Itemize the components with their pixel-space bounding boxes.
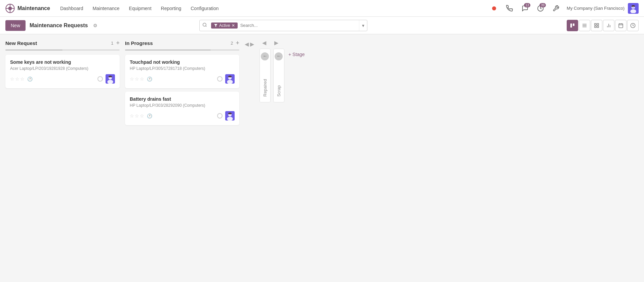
activity-icon-btn[interactable]: 39	[534, 2, 547, 14]
top-navigation: Maintenance Dashboard Maintenance Equipm…	[0, 0, 644, 17]
svg-rect-17	[573, 23, 574, 26]
active-filter-badge: Active ✕	[211, 22, 238, 29]
search-icon	[200, 22, 210, 28]
add-stage-label: + Stage	[288, 52, 305, 57]
svg-point-12	[634, 6, 635, 7]
card-title-battery: Battery drains fast	[130, 96, 235, 102]
svg-point-1	[8, 6, 12, 10]
svg-marker-15	[214, 24, 217, 27]
clock-icon-battery[interactable]: 🕐	[147, 113, 152, 119]
card-title-touchpad: Touchpad not working	[130, 59, 235, 65]
scrap-right-arrow[interactable]: ▶	[250, 41, 254, 47]
repaired-collapse-arrow[interactable]: ◀	[259, 40, 269, 46]
card-status-radio[interactable]	[97, 76, 103, 82]
phone-icon-btn[interactable]	[504, 2, 516, 14]
svg-line-14	[206, 26, 207, 27]
record-button[interactable]	[488, 2, 500, 14]
calendar-view-button[interactable]	[615, 20, 627, 31]
search-bar: Active ✕ ▾	[199, 20, 367, 31]
column-repaired-folded[interactable]: Repaired →	[259, 49, 271, 102]
card-footer: ☆ ☆ ☆ 🕐	[10, 74, 115, 84]
column-scrap-folded[interactable]: Scrap →	[273, 49, 284, 102]
column-in-progress: In Progress 2 + Touchpad not working HP …	[125, 40, 239, 129]
nav-menu: Dashboard Maintenance Equipment Reportin…	[55, 0, 488, 17]
clock-icon-touchpad[interactable]: 🕐	[147, 77, 152, 82]
svg-point-47	[231, 114, 231, 115]
card-stars-touchpad: ☆ ☆ ☆	[130, 76, 144, 82]
repaired-arrow-btn[interactable]: →	[261, 52, 269, 60]
card-subtitle: Acer Laptop/LP/203/19281928 (Computers)	[10, 66, 115, 71]
chat-badge: 13	[524, 3, 530, 7]
sub-header: New Maintenance Requests ⚙ Active ✕ ▾	[0, 17, 644, 34]
kanban-board: New Request 1 + Some keys are not workin…	[0, 34, 644, 282]
app-name: Maintenance	[17, 5, 50, 11]
column-title-in-progress: In Progress	[125, 40, 231, 46]
view-toggles	[567, 20, 639, 31]
filter-close-button[interactable]: ✕	[232, 23, 235, 28]
grid-view-button[interactable]	[591, 20, 602, 31]
column-scrap-label: Scrap	[276, 85, 281, 97]
new-button[interactable]: New	[5, 20, 26, 31]
card-avatar-touchpad	[225, 74, 235, 84]
add-stage-button[interactable]: + Stage	[284, 49, 309, 60]
card-status-radio-touchpad[interactable]	[217, 76, 223, 82]
scrap-arrow-btn[interactable]: →	[275, 52, 283, 60]
column-progress-bar-in-progress	[125, 49, 211, 51]
search-input[interactable]	[239, 23, 359, 28]
activity-badge: 39	[539, 3, 546, 7]
column-progress-in-progress	[125, 49, 239, 51]
column-count-new-request: 1	[111, 41, 113, 46]
svg-rect-28	[619, 23, 623, 28]
svg-rect-24	[597, 26, 599, 28]
column-header-in-progress: In Progress 2 +	[125, 40, 239, 47]
svg-point-41	[229, 77, 229, 78]
card-title: Some keys are not working	[10, 59, 115, 65]
activity-view-button[interactable]	[627, 20, 639, 31]
column-add-new-request[interactable]: +	[116, 40, 120, 47]
column-count-in-progress: 2	[231, 41, 233, 46]
filter-label: Active	[219, 23, 230, 28]
scrap-collapse-arrow[interactable]: ▶	[272, 40, 281, 46]
svg-point-42	[231, 77, 231, 78]
card-touchpad[interactable]: Touchpad not working HP Laptop/LP/305/17…	[125, 55, 239, 88]
chart-view-button[interactable]	[603, 20, 614, 31]
column-header-new-request: New Request 1 +	[5, 40, 120, 47]
card-avatar	[106, 74, 115, 84]
card-some-keys[interactable]: Some keys are not working Acer Laptop/LP…	[5, 55, 120, 88]
repaired-left-arrow[interactable]: ◀	[245, 41, 249, 47]
kanban-view-button[interactable]	[567, 20, 578, 31]
page-title: Maintenance Requests	[30, 22, 88, 29]
svg-point-37	[111, 77, 112, 78]
card-avatar-battery	[225, 111, 235, 121]
svg-point-46	[229, 114, 229, 115]
settings-gear-icon[interactable]: ⚙	[93, 23, 97, 28]
svg-point-36	[109, 77, 110, 78]
clock-icon[interactable]: 🕐	[27, 77, 33, 82]
wrench-icon-btn[interactable]	[550, 2, 562, 14]
column-progress-new-request	[5, 49, 120, 51]
chat-icon-btn[interactable]: 13	[519, 2, 531, 14]
column-add-in-progress[interactable]: +	[236, 40, 239, 47]
svg-rect-16	[570, 23, 572, 28]
search-dropdown-button[interactable]: ▾	[359, 20, 367, 31]
svg-point-13	[203, 23, 206, 26]
card-stars-battery: ☆ ☆ ☆	[130, 113, 144, 119]
list-view-button[interactable]	[579, 20, 590, 31]
svg-rect-22	[597, 23, 599, 25]
card-stars: ☆ ☆ ☆	[10, 76, 25, 82]
card-subtitle-battery: HP Laptop/LP/303/28292090 (Computers)	[130, 103, 235, 108]
company-name: My Company (San Francisco)	[567, 6, 625, 11]
card-status-radio-battery[interactable]	[217, 113, 223, 119]
nav-reporting[interactable]: Reporting	[156, 0, 186, 17]
user-avatar[interactable]	[628, 3, 639, 14]
column-progress-bar	[5, 49, 63, 51]
app-logo[interactable]: Maintenance	[5, 4, 50, 13]
card-footer-touchpad: ☆ ☆ ☆ 🕐	[130, 74, 235, 84]
nav-maintenance[interactable]: Maintenance	[88, 0, 124, 17]
nav-configuration[interactable]: Configuration	[186, 0, 223, 17]
nav-dashboard[interactable]: Dashboard	[55, 0, 88, 17]
nav-equipment[interactable]: Equipment	[124, 0, 156, 17]
svg-point-11	[632, 6, 633, 7]
column-new-request: New Request 1 + Some keys are not workin…	[5, 40, 120, 92]
card-battery[interactable]: Battery drains fast HP Laptop/LP/303/282…	[125, 92, 239, 125]
